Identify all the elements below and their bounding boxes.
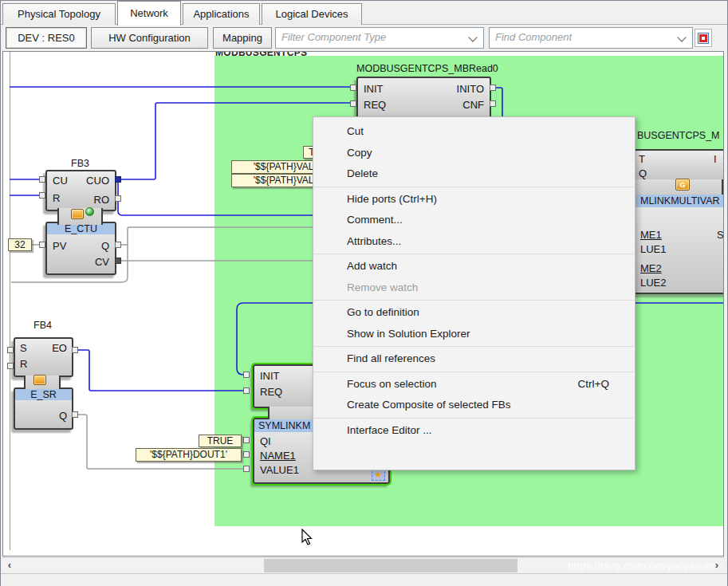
- fb3-port-cu[interactable]: CU: [53, 175, 68, 187]
- scroll-left-arrow[interactable]: ‹: [2, 558, 17, 573]
- find-placeholder: Find Component: [495, 31, 572, 43]
- menu-item-find-all-references[interactable]: Find all references: [313, 348, 635, 370]
- fb4-port-r[interactable]: R: [20, 358, 27, 370]
- filter-component-type-combo[interactable]: Filter Component Type: [275, 27, 484, 49]
- chevron-down-icon: [677, 33, 686, 41]
- tab-applications[interactable]: Applications: [183, 3, 260, 25]
- find-component-combo[interactable]: Find Component: [489, 27, 693, 49]
- scroll-right-arrow[interactable]: ›: [710, 558, 724, 573]
- mbread-port-cnf[interactable]: CNF: [462, 99, 484, 111]
- mbread-title: MODBUSGENTCPS_MBRead0: [356, 63, 490, 74]
- window-bottom-frame: [1, 573, 727, 586]
- right-port-status[interactable]: STA: [717, 229, 724, 241]
- fb3-type-band: E_CTU: [47, 223, 115, 234]
- fb3-port-r[interactable]: R: [53, 192, 60, 204]
- fb3-data-block[interactable]: E_CTU PV Q CV: [45, 222, 116, 275]
- fb4-port-q[interactable]: Q: [59, 410, 67, 422]
- fb3-port-cuo[interactable]: CUO: [86, 175, 109, 187]
- selected-pin-req[interactable]: [243, 387, 250, 394]
- selected-port-init[interactable]: INIT: [260, 370, 280, 382]
- tab-network[interactable]: Network: [117, 1, 181, 26]
- menu-item-create-composite[interactable]: Create Composite of selected FBs: [313, 395, 635, 416]
- mbread-port-inito[interactable]: INITO: [457, 83, 484, 95]
- mbread-port-req[interactable]: REQ: [364, 99, 386, 111]
- right-port-name1[interactable]: ME1: [640, 229, 662, 241]
- green-status-icon: [85, 207, 94, 216]
- selected-port-req[interactable]: REQ: [260, 386, 282, 398]
- dev-res0-button[interactable]: DEV : RES0: [6, 27, 87, 49]
- fb4-pin-eo[interactable]: [72, 347, 78, 353]
- mbread-pin-init[interactable]: [350, 85, 356, 91]
- menu-separator: [314, 418, 634, 419]
- right-port-req[interactable]: Q: [639, 167, 647, 179]
- right-port-value2[interactable]: LUE2: [640, 277, 667, 289]
- g-chip-icon: G: [675, 179, 690, 191]
- tab-physical-topology[interactable]: Physical Topology: [2, 3, 116, 25]
- selected-port-value1[interactable]: VALUE1: [260, 464, 299, 476]
- fb4-pin-q[interactable]: [72, 411, 78, 418]
- selected-pin-qi[interactable]: [243, 437, 250, 443]
- right-port-inito[interactable]: I: [714, 153, 717, 165]
- selected-port-qi[interactable]: QI: [260, 435, 271, 447]
- menu-item-comment[interactable]: Comment...: [313, 210, 635, 231]
- fb4-port-eo[interactable]: EO: [52, 342, 67, 354]
- fb3-port-pv[interactable]: PV: [53, 240, 66, 252]
- literal-path-dout1[interactable]: '$${PATH}DOUT1': [136, 448, 242, 462]
- menu-item-shortcut: Ctrl+Q: [578, 374, 609, 395]
- menu-item-copy[interactable]: Copy: [313, 143, 635, 164]
- selected-pin-name1[interactable]: [243, 451, 250, 458]
- fb3-pin-r[interactable]: [39, 192, 45, 199]
- record-stop-button[interactable]: [695, 29, 712, 47]
- fb3-pin-cu[interactable]: [39, 176, 45, 183]
- menu-item-remove-watch[interactable]: Remove watch: [313, 277, 635, 299]
- menu-item-attributes[interactable]: Attributes...: [313, 231, 635, 253]
- menu-separator: [314, 300, 634, 301]
- context-menu: Cut Copy Delete Hide ports (Ctrl+H) Comm…: [313, 116, 636, 470]
- mbread-pin-inito[interactable]: [490, 85, 496, 91]
- fb4-data-block[interactable]: E_SR Q: [14, 387, 73, 430]
- scrollbar-thumb[interactable]: [264, 559, 517, 572]
- fb4-event-block[interactable]: S R EO: [14, 337, 73, 377]
- menu-item-go-to-definition[interactable]: Go to definition: [313, 302, 635, 324]
- fb4-type-band: E_SR: [15, 389, 72, 400]
- right-block-title: BUSGENTCPS_M: [637, 130, 720, 142]
- fb3-port-q[interactable]: Q: [101, 240, 109, 252]
- hw-configuration-button[interactable]: HW Configuration: [91, 27, 208, 49]
- menu-item-show-in-solution-explorer[interactable]: Show in Solution Explorer: [313, 324, 635, 345]
- literal-true-bottom[interactable]: TRUE: [199, 435, 242, 447]
- fb4-title: FB4: [14, 320, 72, 331]
- fb3-pin-cv[interactable]: [115, 258, 121, 264]
- toolbar: DEV : RES0 HW Configuration Mapping Filt…: [1, 26, 727, 51]
- mbread-port-init[interactable]: INIT: [364, 83, 384, 95]
- fb3-pin-cuo[interactable]: [115, 176, 121, 183]
- right-port-value1[interactable]: LUE1: [640, 243, 667, 255]
- menu-item-add-watch[interactable]: Add watch: [313, 256, 635, 277]
- filter-placeholder: Filter Component Type: [281, 31, 386, 43]
- mbread-pin-req[interactable]: [350, 100, 356, 107]
- right-port-name2[interactable]: ME2: [640, 262, 662, 274]
- fb4-port-s[interactable]: S: [20, 342, 27, 354]
- fb3-pin-ro[interactable]: [115, 195, 121, 202]
- red-square-icon: [698, 33, 709, 44]
- selected-port-name1[interactable]: NAME1: [260, 450, 296, 462]
- fb3-pin-q[interactable]: [115, 242, 121, 248]
- menu-item-focus-on-selection[interactable]: Focus on selection Ctrl+Q: [313, 374, 635, 395]
- menu-item-hide-ports[interactable]: Hide ports (Ctrl+H): [313, 189, 635, 210]
- selected-pin-value1[interactable]: [243, 466, 250, 472]
- fb4-pin-r[interactable]: [7, 363, 14, 369]
- mbread-pin-cnf[interactable]: [490, 100, 496, 107]
- menu-item-interface-editor[interactable]: Interface Editor ...: [313, 420, 635, 442]
- fb3-pin-pv[interactable]: [39, 242, 45, 248]
- fb3-port-ro[interactable]: RO: [94, 194, 110, 206]
- menu-item-cut[interactable]: Cut: [313, 121, 635, 143]
- fb3-event-block[interactable]: CU R CUO RO: [45, 170, 116, 211]
- selected-pin-init[interactable]: [243, 372, 250, 378]
- right-port-init[interactable]: T: [639, 153, 645, 165]
- literal-pv-value[interactable]: 32: [8, 238, 32, 251]
- horizontal-scrollbar[interactable]: ‹ › https://blog.csdn.net/yaojiawan: [2, 557, 724, 572]
- fb3-port-cv[interactable]: CV: [95, 256, 109, 268]
- menu-item-delete[interactable]: Delete: [313, 163, 635, 185]
- fb4-pin-s[interactable]: [7, 347, 14, 353]
- mapping-button[interactable]: Mapping: [213, 27, 272, 49]
- tab-logical-devices[interactable]: Logical Devices: [262, 3, 362, 25]
